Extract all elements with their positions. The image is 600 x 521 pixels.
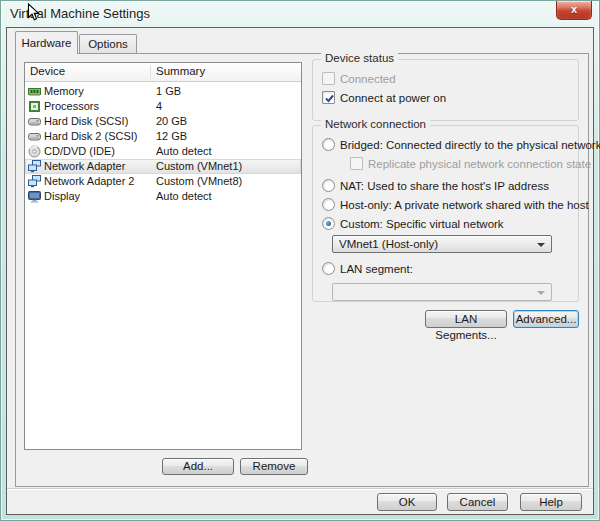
nat-radio[interactable] <box>322 179 335 192</box>
cancel-button[interactable]: Cancel <box>447 493 508 511</box>
host-only-radio-row[interactable]: Host-only: A private network shared with… <box>322 198 589 211</box>
display-icon <box>28 190 41 203</box>
hardware-tab-panel: Device Summary Memory 1 GB <box>15 53 589 487</box>
bridged-radio-row[interactable]: Bridged: Connected directly to the physi… <box>322 138 600 151</box>
network-adapter-icon <box>28 160 41 173</box>
nat-label: NAT: Used to share the host's IP address <box>340 180 549 192</box>
add-button[interactable]: Add... <box>162 458 234 475</box>
custom-label: Custom: Specific virtual network <box>340 218 504 230</box>
advanced-button[interactable]: Advanced... <box>513 310 579 328</box>
custom-radio-selected[interactable] <box>322 217 335 230</box>
lan-segment-radio-row[interactable]: LAN segment: <box>322 262 413 275</box>
device-name: Processors <box>44 99 99 114</box>
replicate-checkbox <box>350 157 363 170</box>
device-list: Device Summary Memory 1 GB <box>24 62 302 450</box>
bridged-radio[interactable] <box>322 138 335 151</box>
device-summary: 1 GB <box>156 84 181 99</box>
lan-segment-dropdown <box>332 283 552 301</box>
device-summary: Auto detect <box>156 189 212 204</box>
lan-segments-button[interactable]: LAN Segments... <box>425 310 507 328</box>
column-header-device[interactable]: Device <box>30 65 65 77</box>
device-row-network-adapter-2[interactable]: Network Adapter 2 Custom (VMnet8) <box>25 174 301 189</box>
network-connection-group: Network connection <box>312 125 579 302</box>
device-name: Hard Disk 2 (SCSI) <box>44 129 138 144</box>
connect-power-on-checkbox[interactable] <box>322 91 335 104</box>
replicate-checkbox-row: Replicate physical network connection st… <box>350 157 591 170</box>
column-separator <box>150 65 151 79</box>
device-status-group: Device status <box>312 59 579 121</box>
device-row-hard-disk-2[interactable]: Hard Disk 2 (SCSI) 12 GB <box>25 129 301 144</box>
tab-options[interactable]: Options <box>79 34 137 54</box>
remove-button[interactable]: Remove <box>240 458 308 475</box>
connect-power-on-label: Connect at power on <box>340 92 446 104</box>
device-name: CD/DVD (IDE) <box>44 144 115 159</box>
bridged-label: Bridged: Connected directly to the physi… <box>340 139 600 151</box>
device-rows: Memory 1 GB Processors 4 <box>25 84 301 204</box>
mouse-cursor-icon <box>27 3 40 24</box>
connected-checkbox-row: Connected <box>322 72 396 85</box>
nat-radio-row[interactable]: NAT: Used to share the host's IP address <box>322 179 549 192</box>
title-bar: Virtual Machine Settings x <box>1 1 599 27</box>
dropdown-arrow-icon <box>537 243 545 247</box>
device-name: Hard Disk (SCSI) <box>44 114 128 129</box>
tab-hardware[interactable]: Hardware <box>15 31 78 54</box>
device-name: Display <box>44 189 80 204</box>
custom-radio-row[interactable]: Custom: Specific virtual network <box>322 217 504 230</box>
host-only-radio[interactable] <box>322 198 335 211</box>
device-summary: 4 <box>156 99 162 114</box>
hard-disk-icon <box>28 130 41 143</box>
host-only-label: Host-only: A private network shared with… <box>340 199 589 211</box>
footer-divider <box>7 488 593 490</box>
processor-icon <box>28 100 41 113</box>
device-summary: 12 GB <box>156 129 187 144</box>
lan-segment-radio[interactable] <box>322 262 335 275</box>
device-summary: Custom (VMnet8) <box>156 174 242 189</box>
device-summary: Custom (VMnet1) <box>156 159 242 174</box>
custom-network-dropdown[interactable]: VMnet1 (Host-only) <box>332 235 552 253</box>
device-row-hard-disk[interactable]: Hard Disk (SCSI) 20 GB <box>25 114 301 129</box>
device-row-network-adapter[interactable]: Network Adapter Custom (VMnet1) <box>25 159 301 174</box>
network-adapter-icon <box>28 175 41 188</box>
hard-disk-icon <box>28 115 41 128</box>
cd-dvd-icon <box>28 145 41 158</box>
device-row-processors[interactable]: Processors 4 <box>25 99 301 114</box>
device-status-title: Device status <box>321 52 398 64</box>
device-summary: Auto detect <box>156 144 212 159</box>
ok-button[interactable]: OK <box>377 493 437 511</box>
connected-checkbox <box>322 72 335 85</box>
device-name: Network Adapter 2 <box>44 174 135 189</box>
device-name: Memory <box>44 84 84 99</box>
memory-icon <box>28 85 41 98</box>
connect-power-on-checkbox-row[interactable]: Connect at power on <box>322 91 446 104</box>
replicate-label: Replicate physical network connection st… <box>368 158 591 170</box>
dropdown-arrow-icon <box>537 291 545 295</box>
device-row-memory[interactable]: Memory 1 GB <box>25 84 301 99</box>
settings-dialog: Hardware Options Device Summary Memory 1 <box>6 27 594 515</box>
custom-network-value: VMnet1 (Host-only) <box>339 238 438 250</box>
connected-label: Connected <box>340 73 396 85</box>
device-list-header: Device Summary <box>25 63 301 82</box>
help-button[interactable]: Help <box>520 493 582 511</box>
network-connection-title: Network connection <box>321 118 430 130</box>
device-row-display[interactable]: Display Auto detect <box>25 189 301 204</box>
device-summary: 20 GB <box>156 114 187 129</box>
device-row-cd-dvd[interactable]: CD/DVD (IDE) Auto detect <box>25 144 301 159</box>
lan-segment-label: LAN segment: <box>340 263 413 275</box>
close-button[interactable]: x <box>556 1 592 20</box>
vm-settings-window: Virtual Machine Settings x Hardware Opti… <box>0 0 600 521</box>
device-name: Network Adapter <box>44 159 125 174</box>
column-header-summary[interactable]: Summary <box>156 65 205 77</box>
